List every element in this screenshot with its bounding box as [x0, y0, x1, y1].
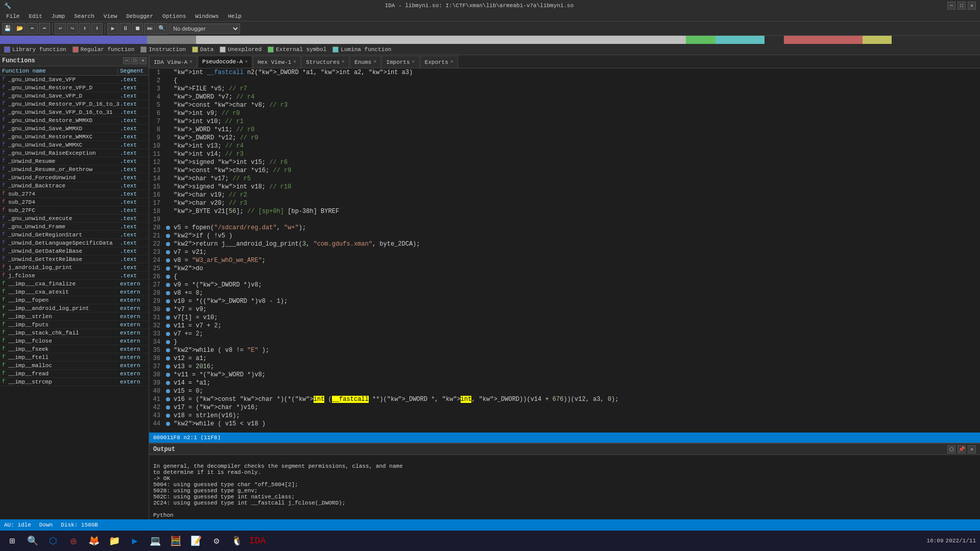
tab-close-btn[interactable]: × [245, 59, 248, 65]
fox-icon[interactable]: 🐧 [229, 533, 245, 549]
function-row[interactable]: f_gnu_Unwind_Restore_VFP_D.text [0, 84, 149, 92]
toolbar-btn-1[interactable]: 📂 [14, 23, 26, 34]
debugger-select[interactable]: No debugger [169, 23, 240, 34]
toolbar-btn-7[interactable]: ⬇ [91, 23, 103, 34]
toolbar-btn-8[interactable]: ▶ [107, 23, 118, 34]
function-row[interactable]: f_gnu_Unwind_Save_VFP_D.text [0, 92, 149, 100]
nav-segment-5[interactable] [764, 36, 784, 44]
tab-enums[interactable]: Enums× [350, 56, 381, 68]
code-line[interactable]: 9 "kw">_DWORD *v12; // r0 [149, 134, 980, 142]
code-line[interactable]: 30 *v7 = v9; [149, 305, 980, 314]
function-row[interactable]: f__imp___cxa_atexitextern [0, 288, 149, 296]
code-line[interactable]: 7 "kw">int v10; // r1 [149, 117, 980, 126]
search-taskbar-btn[interactable]: 🔍 [25, 533, 41, 549]
function-row[interactable]: f_gnu_Unwind_Save_VFP.text [0, 76, 149, 84]
function-row[interactable]: f_Unwind_GetDataRelBase.text [0, 247, 149, 255]
nav-segment-1[interactable] [147, 36, 196, 44]
function-row[interactable]: f_Unwind_Backtrace.text [0, 182, 149, 190]
code-line[interactable]: 3 "kw">FILE *v5; // r7 [149, 85, 980, 93]
tab-hex-view-1[interactable]: Hex View-1× [253, 56, 301, 68]
sidebar-maximize-btn[interactable]: □ [131, 57, 138, 64]
code-line[interactable]: 22 "kw2">return j___android_log_print(3,… [149, 240, 980, 248]
code-line[interactable]: 32 v11 = v7 + 2; [149, 322, 980, 330]
function-row[interactable]: f__imp__strlenextern [0, 313, 149, 321]
function-row[interactable]: f__imp__android_log_printextern [0, 304, 149, 313]
function-row[interactable]: f_gnu_Unwind_Restore_WMMXD.text [0, 116, 149, 125]
code-line[interactable]: 36 v12 = a1; [149, 354, 980, 363]
settings-icon[interactable]: ⚙️ [208, 533, 225, 549]
tab-close-btn[interactable]: × [342, 59, 345, 65]
nav-segment-2[interactable] [196, 36, 686, 44]
code-line[interactable]: 1"kw">int __fastcall n2("kw">_DWORD *a1,… [149, 68, 980, 77]
code-line[interactable]: 27 v9 = *("kw">_DWORD *)v8; [149, 281, 980, 289]
start-button[interactable]: ⊞ [4, 533, 20, 549]
tab-close-btn[interactable]: × [293, 59, 296, 65]
menu-item-options[interactable]: Options [158, 12, 190, 20]
menu-item-windows[interactable]: Windows [191, 12, 223, 20]
code-line[interactable]: 4 "kw">_DWORD *v7; // r4 [149, 93, 980, 101]
explorer-icon[interactable]: 📁 [106, 533, 123, 549]
code-line[interactable]: 28 v8 += 8; [149, 289, 980, 297]
function-row[interactable]: f__imp__stack_chk_failextern [0, 329, 149, 337]
menu-item-edit[interactable]: Edit [25, 12, 46, 20]
function-row[interactable]: f__imp__strcmpextern [0, 378, 149, 386]
function-row[interactable]: f__imp__ftellextern [0, 353, 149, 362]
code-line[interactable]: 25 "kw2">do [149, 265, 980, 273]
nav-segment-4[interactable] [715, 36, 764, 44]
output-float-btn[interactable]: ⬡ [947, 445, 955, 453]
code-line[interactable]: 34 } [149, 338, 980, 346]
code-line[interactable]: 5 "kw">const "kw">char *v8; // r3 [149, 101, 980, 109]
code-line[interactable]: 17 "kw">char v20; // r3 [149, 199, 980, 207]
toolbar-btn-4[interactable]: ↩ [55, 23, 66, 34]
maximize-button[interactable]: □ [958, 2, 966, 10]
ida-taskbar-icon[interactable]: IDA [249, 533, 266, 549]
code-line[interactable]: 37 v13 = 2016; [149, 363, 980, 371]
code-line[interactable]: 18 "kw">_BYTE v21[56]; // [sp+0h] [bp-38… [149, 207, 980, 215]
code-line[interactable]: 24 v8 = "W3_arE_whO_we_ARE"; [149, 256, 980, 265]
code-line[interactable]: 6 "kw">int v9; // r0 [149, 109, 980, 117]
tab-close-btn[interactable]: × [373, 59, 376, 65]
toolbar-btn-2[interactable]: ⬅ [27, 23, 38, 34]
firefox-icon[interactable]: 🦊 [86, 533, 102, 549]
function-row[interactable]: f__imp__fseekextern [0, 345, 149, 353]
chrome-icon[interactable]: ◎ [65, 533, 82, 549]
function-row[interactable]: f_gnu_Unwind_Save_WMMXD.text [0, 125, 149, 133]
code-line[interactable]: 14 "kw">char *v17; // r5 [149, 175, 980, 183]
function-row[interactable]: f_gnu_Unwind_Save_VFP_D_16_to_31.text [0, 108, 149, 116]
menu-item-file[interactable]: File [2, 12, 23, 20]
code-line[interactable]: 44 "kw2">while ( v15 < v18 ) [149, 420, 980, 428]
menu-item-debugger[interactable]: Debugger [122, 12, 157, 20]
function-row[interactable]: f_Unwind_GetRegionStart.text [0, 231, 149, 239]
function-row[interactable]: f_gnu_Unwind_Frame.text [0, 223, 149, 231]
toolbar-btn-5[interactable]: ↪ [67, 23, 78, 34]
code-line[interactable]: 31 v7[1] = v10; [149, 314, 980, 322]
code-line[interactable]: 11 "kw">int v14; // r3 [149, 150, 980, 158]
code-line[interactable]: 13 "kw">const "kw">char *v16; // r9 [149, 166, 980, 175]
function-row[interactable]: f_gnu_Unwind_Restore_WMMXC.text [0, 133, 149, 141]
tab-imports[interactable]: Imports× [381, 56, 419, 68]
function-row[interactable]: f__imp__freadextern [0, 370, 149, 378]
function-row[interactable]: f__imp___cxa_finalizeextern [0, 280, 149, 288]
code-line[interactable]: 42 v17 = ("kw">char *)v16; [149, 403, 980, 412]
nav-segment-3[interactable] [686, 36, 715, 44]
code-line[interactable]: 43 v18 = strlen(v16); [149, 412, 980, 420]
nav-segment-8[interactable] [892, 36, 980, 44]
tab-close-btn[interactable]: × [412, 59, 415, 65]
code-line[interactable]: 15 "kw">signed "kw">int v18; // r10 [149, 183, 980, 191]
code-line[interactable]: 39 v14 = *a1; [149, 379, 980, 387]
code-line[interactable]: 33 v7 += 2; [149, 330, 980, 338]
output-lock-btn[interactable]: 📌 [958, 445, 966, 453]
terminal-icon[interactable]: ▶ [127, 533, 143, 549]
nav-segment-0[interactable] [0, 36, 147, 44]
function-row[interactable]: fsub_27FC.text [0, 206, 149, 214]
function-row[interactable]: f_gnu_Unwind_Save_WMMXC.text [0, 141, 149, 149]
menu-item-help[interactable]: Help [224, 12, 245, 20]
menu-item-search[interactable]: Search [70, 12, 99, 20]
function-row[interactable]: f__imp__fopenextern [0, 296, 149, 304]
function-row[interactable]: fj_fclose.text [0, 272, 149, 280]
function-row[interactable]: f_Unwind_GetTextRelBase.text [0, 255, 149, 263]
notes-icon[interactable]: 📝 [188, 533, 204, 549]
sidebar-minimize-btn[interactable]: ─ [123, 57, 130, 64]
code-line[interactable]: 29 v10 = *(("kw">_DWORD *)v8 - 1); [149, 297, 980, 305]
functions-list[interactable]: f_gnu_Unwind_Save_VFP.textf_gnu_Unwind_R… [0, 76, 149, 519]
